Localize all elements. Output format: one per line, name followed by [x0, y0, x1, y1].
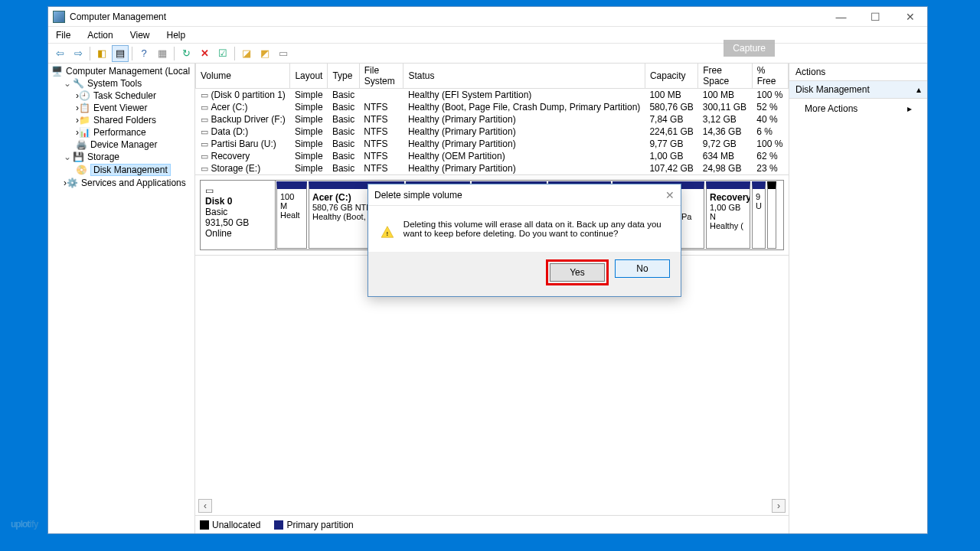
col-header[interactable]: Free Space: [698, 64, 753, 89]
partition-block[interactable]: 9U: [752, 181, 766, 249]
partition-block[interactable]: Recovery1,00 GB NHealthy (: [706, 181, 750, 249]
menu-help[interactable]: Help: [164, 28, 189, 42]
menu-file[interactable]: File: [53, 28, 74, 42]
table-row[interactable]: (Disk 0 partition 1)SimpleBasicHealthy (…: [196, 89, 789, 102]
tree-shared-folders[interactable]: ›📁Shared Folders: [76, 114, 194, 126]
warning-icon: !: [381, 220, 394, 244]
window-title: Computer Management: [70, 11, 824, 22]
delete-volume-dialog: Delete simple volume ✕ ! Deleting this v…: [368, 184, 681, 297]
table-row[interactable]: Data (D:)SimpleBasicNTFSHealthy (Primary…: [196, 126, 789, 138]
col-header[interactable]: File System: [359, 64, 403, 89]
col-header[interactable]: Volume: [196, 64, 290, 89]
delete-icon[interactable]: ✕: [196, 45, 213, 62]
tree-device-manager[interactable]: 🖨️Device Manager: [76, 139, 194, 151]
minimize-button[interactable]: —: [824, 7, 858, 27]
collapse-icon[interactable]: ▴: [916, 84, 921, 95]
tree-task-scheduler[interactable]: ›🕘Task Scheduler: [76, 90, 194, 102]
col-header[interactable]: Capacity: [645, 64, 697, 89]
tool-icon-3[interactable]: ▦: [154, 45, 171, 62]
col-header[interactable]: Layout: [290, 64, 328, 89]
table-row[interactable]: Acer (C:)SimpleBasicNTFSHealthy (Boot, P…: [196, 101, 789, 113]
titlebar: Computer Management — ☐ ✕: [48, 7, 927, 27]
tree-root[interactable]: 🖥️Computer Management (Local: [51, 65, 194, 77]
tool-icon-4[interactable]: ◪: [238, 45, 255, 62]
col-header[interactable]: Type: [328, 64, 359, 89]
col-header[interactable]: % Free: [752, 64, 788, 89]
disk-label[interactable]: ▭ Disk 0 Basic 931,50 GB Online: [201, 181, 276, 249]
capture-badge: Capture: [724, 40, 775, 57]
app-icon: [53, 11, 65, 23]
partition-block[interactable]: [767, 181, 776, 249]
yes-button[interactable]: Yes: [550, 263, 605, 282]
tool-icon-1[interactable]: ◧: [93, 45, 110, 62]
menu-action[interactable]: Action: [84, 28, 116, 42]
tree-system-tools[interactable]: ⌄🔧System Tools: [64, 77, 194, 90]
actions-panel: Actions Disk Management▴ More Actions▸: [789, 64, 927, 533]
chevron-right-icon: ▸: [907, 103, 912, 114]
check-icon[interactable]: ☑: [214, 45, 231, 62]
watermark: uplotify: [11, 501, 38, 534]
table-row[interactable]: Storage (E:)SimpleBasicNTFSHealthy (Prim…: [196, 162, 789, 174]
help-icon[interactable]: ?: [136, 45, 152, 62]
legend-unallocated: Unallocated: [212, 520, 260, 530]
svg-text:!: !: [387, 231, 388, 236]
yes-highlight: Yes: [546, 259, 609, 285]
actions-header: Actions: [789, 64, 927, 81]
actions-more[interactable]: More Actions▸: [789, 99, 927, 119]
refresh-icon[interactable]: ↻: [178, 45, 194, 62]
actions-section[interactable]: Disk Management▴: [789, 81, 927, 99]
tree-event-viewer[interactable]: ›📋Event Viewer: [76, 102, 194, 114]
col-header[interactable]: Status: [403, 64, 645, 89]
menu-view[interactable]: View: [127, 28, 153, 42]
nav-tree[interactable]: 🖥️Computer Management (Local ⌄🔧System To…: [48, 64, 195, 533]
tree-storage[interactable]: ⌄💾Storage: [64, 151, 194, 163]
tool-icon-2[interactable]: ▤: [112, 45, 129, 62]
tree-disk-management[interactable]: 📀Disk Management: [76, 163, 194, 177]
dialog-close-icon[interactable]: ✕: [665, 189, 675, 201]
tool-icon-6[interactable]: ▭: [275, 45, 292, 62]
maximize-button[interactable]: ☐: [858, 7, 893, 27]
table-row[interactable]: RecoverySimpleBasicNTFSHealthy (OEM Part…: [196, 150, 789, 162]
legend-primary: Primary partition: [286, 520, 353, 530]
dialog-titlebar: Delete simple volume ✕: [368, 184, 681, 206]
table-row[interactable]: Partisi Baru (U:)SimpleBasicNTFSHealthy …: [196, 138, 789, 150]
tree-performance[interactable]: ›📊Performance: [76, 126, 194, 139]
toolbar: ⇦ ⇨ ◧ ▤ ? ▦ ↻ ✕ ☑ ◪ ◩ ▭: [48, 44, 927, 64]
menubar: File Action View Help: [48, 27, 927, 44]
dialog-title: Delete simple volume: [374, 190, 462, 201]
volume-table[interactable]: VolumeLayoutTypeFile SystemStatusCapacit…: [195, 64, 789, 175]
main-panel: VolumeLayoutTypeFile SystemStatusCapacit…: [195, 64, 789, 533]
scroll-right-icon[interactable]: ›: [772, 499, 786, 513]
back-icon[interactable]: ⇦: [51, 45, 68, 62]
scroll-left-icon[interactable]: ‹: [198, 499, 212, 513]
table-row[interactable]: Backup Driver (F:)SimpleBasicNTFSHealthy…: [196, 113, 789, 126]
forward-icon[interactable]: ⇨: [70, 45, 87, 62]
tree-services[interactable]: ›⚙️Services and Applications: [64, 177, 194, 189]
dialog-message: Deleting this volume will erase all data…: [403, 220, 668, 244]
partition-block[interactable]: 100 MHealt: [276, 181, 307, 249]
tool-icon-5[interactable]: ◩: [256, 45, 273, 62]
legend: ‹ › Unallocated Primary partition: [195, 515, 789, 533]
no-button[interactable]: No: [615, 259, 670, 278]
close-button[interactable]: ✕: [893, 7, 927, 27]
